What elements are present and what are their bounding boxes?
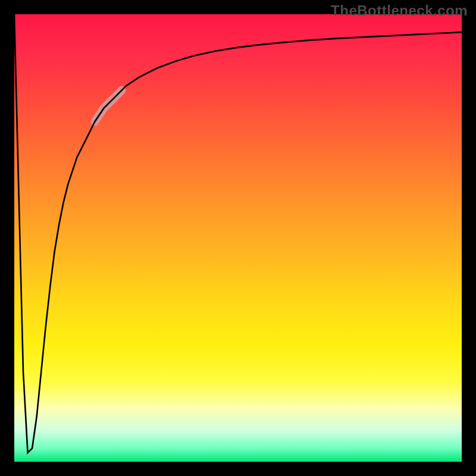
figure-container: TheBottleneck.com [0,0,476,476]
curve-svg [14,14,462,462]
watermark-text: TheBottleneck.com [331,2,468,19]
bottleneck-curve [14,14,462,453]
plot-area [14,14,462,462]
